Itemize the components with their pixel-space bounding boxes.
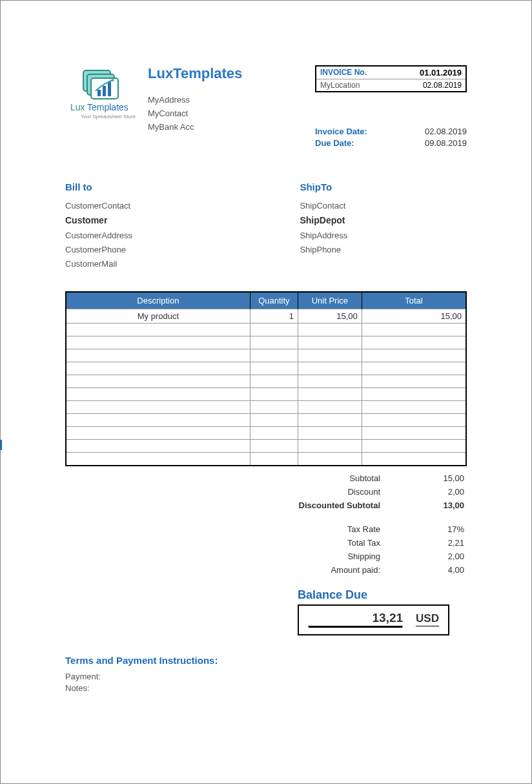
subtotal-label: Subtotal	[263, 473, 413, 483]
cell-quantity	[250, 413, 298, 426]
col-total: Total	[362, 293, 466, 309]
cell-total	[362, 387, 466, 400]
logo-text: Lux	[70, 102, 85, 112]
table-row	[66, 413, 466, 426]
cell-unit_price	[298, 375, 362, 387]
cell-unit_price	[298, 387, 362, 400]
terms-payment: Payment:	[65, 671, 467, 683]
items-table-wrap: Description Quantity Unit Price Total My…	[65, 291, 467, 467]
invoice-location-value: 02.08.2019	[423, 81, 462, 90]
dates-block: Invoice Date: 02.08.2019 Due Date: 09.08…	[315, 126, 467, 149]
company-block: LuxTemplates MyAddress MyContact MyBank …	[148, 65, 242, 134]
cell-quantity	[250, 387, 298, 400]
cell-total	[362, 336, 466, 349]
page-edge-marker	[0, 440, 2, 450]
cell-description	[66, 452, 250, 465]
cell-total	[362, 349, 466, 362]
cell-total	[362, 439, 466, 452]
logo-text-2: Templates	[87, 102, 128, 112]
table-row	[66, 439, 466, 452]
cell-total: 15,00	[362, 309, 466, 323]
invoice-date-label: Invoice Date:	[315, 126, 367, 138]
table-row	[66, 426, 466, 439]
balance-due-currency: USD	[416, 612, 439, 626]
cell-description	[66, 375, 250, 387]
cell-quantity	[250, 439, 298, 452]
table-row	[66, 362, 466, 375]
logo-tagline: Your Spreadsheet Store	[81, 114, 136, 119]
invoice-number-box: INVOICE No. 01.01.2019 MyLocation 02.08.…	[315, 65, 467, 92]
table-row	[66, 336, 466, 349]
cell-quantity	[250, 452, 298, 465]
svg-rect-4	[103, 86, 106, 96]
cell-total	[362, 426, 466, 439]
cell-total	[362, 452, 466, 465]
bill-to-mail: CustomerMail	[65, 257, 258, 271]
cell-unit_price	[298, 426, 362, 439]
cell-unit_price	[298, 439, 362, 452]
discount-label: Discount	[263, 487, 413, 497]
company-logo: Lux Templates Your Spreadsheet Store	[65, 65, 136, 123]
due-date-value: 09.08.2019	[425, 138, 467, 149]
header-right: INVOICE No. 01.01.2019 MyLocation 02.08.…	[315, 65, 467, 149]
cell-unit_price	[298, 349, 362, 362]
items-header-row: Description Quantity Unit Price Total	[66, 293, 466, 309]
cell-description	[66, 362, 250, 375]
bill-to-section: Bill to CustomerContact Customer Custome…	[65, 181, 258, 271]
ship-to-address: ShipAddress	[300, 229, 467, 243]
cell-description	[66, 426, 250, 439]
company-name: LuxTemplates	[148, 65, 242, 82]
cell-description	[66, 349, 250, 362]
cell-description	[66, 387, 250, 400]
svg-rect-3	[97, 90, 101, 96]
discount-value: 2,00	[413, 487, 464, 497]
discounted-subtotal-label: Discounted Subtotal	[263, 500, 413, 510]
subtotal-value: 15,00	[413, 473, 464, 483]
cell-description	[66, 439, 250, 452]
table-row	[66, 452, 466, 465]
ship-to-section: ShipTo ShipContact ShipDepot ShipAddress…	[274, 181, 467, 271]
ship-to-contact: ShipContact	[300, 199, 467, 213]
cell-quantity	[250, 400, 298, 413]
balance-due-heading: Balance Due	[298, 588, 467, 602]
cell-total	[362, 375, 466, 387]
table-row	[66, 349, 466, 362]
tax-rate-value: 17%	[413, 524, 464, 534]
cell-description	[66, 323, 250, 336]
due-date-label: Due Date:	[315, 138, 354, 149]
col-unit-price: Unit Price	[298, 293, 362, 309]
table-row	[66, 375, 466, 387]
totals-section: Subtotal15,00 Discount2,00 Discounted Su…	[65, 471, 467, 577]
amount-paid-value: 4,00	[413, 565, 464, 575]
cell-quantity	[250, 362, 298, 375]
cell-quantity	[250, 426, 298, 439]
discounted-subtotal-value: 13,00	[413, 500, 464, 510]
company-bank: MyBank Acc	[148, 121, 242, 134]
invoice-page: Lux Templates Your Spreadsheet Store Lux…	[0, 0, 532, 784]
cell-quantity	[250, 349, 298, 362]
cell-description: My product	[66, 309, 250, 323]
ship-to-name: ShipDepot	[300, 213, 467, 229]
cell-description	[66, 400, 250, 413]
table-row	[66, 400, 466, 413]
cell-quantity	[250, 323, 298, 336]
bill-to-name: Customer	[65, 213, 258, 229]
col-quantity: Quantity	[250, 293, 298, 309]
luxtemplates-logo-icon: Lux Templates Your Spreadsheet Store	[65, 65, 136, 123]
col-description: Description	[66, 293, 250, 309]
cell-total	[362, 323, 466, 336]
cell-unit_price	[298, 323, 362, 336]
cell-unit_price	[298, 400, 362, 413]
total-tax-label: Total Tax	[263, 538, 413, 548]
cell-total	[362, 362, 466, 375]
bill-to-phone: CustomerPhone	[65, 243, 258, 257]
amount-paid-label: Amount paid:	[263, 565, 413, 575]
cell-description	[66, 336, 250, 349]
bill-to-address: CustomerAddress	[65, 229, 258, 243]
cell-quantity	[250, 336, 298, 349]
company-address: MyAddress	[148, 94, 242, 107]
ship-to-heading: ShipTo	[300, 181, 467, 192]
bill-to-heading: Bill to	[65, 181, 258, 192]
bill-to-contact: CustomerContact	[65, 199, 258, 213]
invoice-no-label: INVOICE No.	[320, 68, 367, 77]
